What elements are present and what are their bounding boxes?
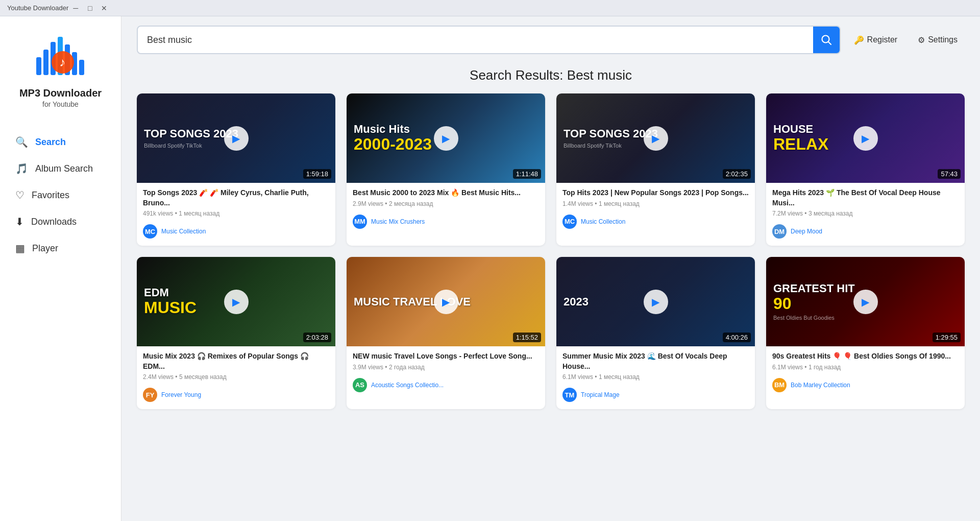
minimize-button[interactable]: ─	[68, 1, 83, 15]
duration-badge-8: 1:29:55	[933, 333, 961, 342]
duration-badge-4: 57:43	[938, 169, 961, 179]
video-thumbnail-6: MUSIC TRAVEL LOVE ▶ 1:15:52	[347, 257, 545, 346]
svg-line-10	[828, 42, 831, 45]
video-card-8[interactable]: GREATEST HIT90 Best Oldies But Goodies ▶…	[766, 257, 965, 409]
svg-rect-6	[79, 60, 84, 75]
video-card-2[interactable]: Music Hits2000-2023 ▶ 1:11:48 Best Music…	[347, 93, 545, 246]
sidebar-item-player[interactable]: ▦ Player	[0, 235, 121, 262]
sidebar-item-search[interactable]: 🔍 Search	[0, 129, 121, 155]
channel-name-2: Music Mix Crushers	[371, 218, 425, 225]
channel-name-5: Forever Young	[161, 391, 201, 398]
channel-avatar-8: BM	[772, 378, 787, 392]
video-thumbnail-1: TOP SONGS 2023 Billboard Spotify TikTok …	[137, 93, 335, 183]
downloads-icon: ⬇	[15, 216, 24, 228]
register-button[interactable]: 🔑 Register	[847, 31, 905, 49]
player-icon: ▦	[15, 242, 25, 254]
maximize-button[interactable]: □	[83, 1, 97, 15]
results-area: Search Results: Best music TOP SONGS 202…	[121, 54, 980, 521]
channel-name-8: Bob Marley Collection	[791, 382, 850, 389]
window-title: Youtube Downloader	[7, 4, 68, 12]
channel-name-3: Music Collection	[581, 218, 625, 225]
svg-rect-0	[36, 57, 41, 75]
card-meta-4: 7.2M views • 3 месяца назад	[772, 210, 959, 217]
video-card-6[interactable]: MUSIC TRAVEL LOVE ▶ 1:15:52 NEW music Tr…	[347, 257, 545, 409]
card-meta-7: 6.1M views • 1 месяц назад	[562, 373, 749, 381]
duration-badge-1: 1:59:18	[303, 169, 331, 179]
card-info-8: 90s Greatest Hits 🎈 🎈 Best Oldies Songs …	[766, 346, 965, 399]
card-channel-1[interactable]: MC Music Collection	[143, 221, 329, 243]
channel-avatar-2: MM	[353, 215, 367, 229]
settings-button[interactable]: ⚙ Settings	[911, 31, 965, 49]
sidebar-item-album-search[interactable]: 🎵 Album Search	[0, 155, 121, 182]
register-icon: 🔑	[854, 35, 864, 45]
duration-badge-2: 1:11:48	[513, 169, 541, 179]
sidebar-item-search-label: Search	[35, 137, 66, 148]
search-input[interactable]	[138, 29, 813, 52]
video-card-1[interactable]: TOP SONGS 2023 Billboard Spotify TikTok …	[137, 93, 335, 246]
video-card-4[interactable]: HOUSERELAX ▶ 57:43 Mega Hits 2023 🌱 The …	[766, 93, 965, 246]
card-meta-6: 3.9M views • 2 года назад	[353, 364, 539, 371]
card-meta-1: 491k views • 1 месяц назад	[143, 210, 329, 217]
play-button-4[interactable]: ▶	[853, 126, 878, 151]
app-title: MP3 Downloader	[19, 87, 102, 99]
card-title-7: Summer Music Mix 2023 🌊 Best Of Vocals D…	[562, 351, 749, 371]
play-button-6[interactable]: ▶	[434, 290, 458, 314]
header: 🔑 Register ⚙ Settings	[121, 16, 980, 54]
channel-avatar-1: MC	[143, 224, 157, 239]
play-button-5[interactable]: ▶	[224, 290, 249, 314]
card-info-5: Music Mix 2023 🎧 Remixes of Popular Song…	[137, 346, 335, 409]
play-button-1[interactable]: ▶	[224, 126, 249, 151]
channel-avatar-6: AS	[353, 378, 367, 392]
card-channel-3[interactable]: MC Music Collection	[562, 211, 749, 233]
search-button[interactable]	[813, 27, 840, 53]
card-info-3: Top Hits 2023 | New Popular Songs 2023 |…	[556, 183, 755, 236]
video-thumbnail-2: Music Hits2000-2023 ▶ 1:11:48	[347, 93, 545, 183]
card-channel-8[interactable]: BM Bob Marley Collection	[772, 375, 959, 396]
search-icon: 🔍	[15, 136, 28, 148]
nav-items: 🔍 Search 🎵 Album Search ♡ Favorites ⬇ Do…	[0, 129, 121, 262]
card-channel-5[interactable]: FY Forever Young	[143, 385, 329, 406]
play-button-7[interactable]: ▶	[644, 290, 668, 314]
channel-avatar-5: FY	[143, 388, 157, 402]
video-card-7[interactable]: 2023 ▶ 4:00:26 Summer Music Mix 2023 🌊 B…	[556, 257, 755, 409]
app-subtitle: for Youtube	[42, 100, 79, 108]
close-button[interactable]: ✕	[97, 1, 111, 15]
card-title-2: Best Music 2000 to 2023 Mix 🔥 Best Music…	[353, 188, 539, 198]
card-channel-7[interactable]: TM Tropical Mage	[562, 385, 749, 406]
main-content: 🔑 Register ⚙ Settings Search Results: Be…	[121, 16, 980, 521]
card-title-6: NEW music Travel Love Songs - Perfect Lo…	[353, 351, 539, 362]
settings-icon: ⚙	[918, 35, 925, 45]
album-search-icon: 🎵	[15, 162, 28, 175]
channel-name-1: Music Collection	[161, 228, 206, 235]
play-button-8[interactable]: ▶	[853, 290, 878, 314]
card-info-6: NEW music Travel Love Songs - Perfect Lo…	[347, 346, 545, 399]
card-title-8: 90s Greatest Hits 🎈 🎈 Best Oldies Songs …	[772, 351, 959, 362]
card-meta-8: 6.1M views • 1 год назад	[772, 364, 959, 371]
logo-area: ♪ MP3 Downloader for Youtube	[19, 27, 102, 108]
channel-name-7: Tropical Mage	[581, 391, 620, 398]
duration-badge-7: 4:00:26	[723, 333, 751, 342]
app-logo: ♪	[32, 27, 88, 83]
card-title-4: Mega Hits 2023 🌱 The Best Of Vocal Deep …	[772, 188, 959, 208]
play-button-2[interactable]: ▶	[434, 126, 458, 151]
video-card-5[interactable]: EDMMUSIC ▶ 2:03:28 Music Mix 2023 🎧 Remi…	[137, 257, 335, 409]
video-card-3[interactable]: TOP SONGS 2023 Billboard Spotify TikTok …	[556, 93, 755, 246]
channel-avatar-7: TM	[562, 388, 577, 402]
card-channel-4[interactable]: DM Deep Mood	[772, 221, 959, 243]
duration-badge-3: 2:02:35	[723, 169, 751, 179]
card-meta-5: 2.4M views • 5 месяцев назад	[143, 373, 329, 381]
sidebar-item-favorites-label: Favorites	[32, 190, 69, 201]
sidebar-item-downloads[interactable]: ⬇ Downloads	[0, 208, 121, 235]
channel-name-6: Acoustic Songs Collectio...	[371, 382, 444, 389]
card-channel-2[interactable]: MM Music Mix Crushers	[353, 211, 539, 233]
video-thumbnail-4: HOUSERELAX ▶ 57:43	[766, 93, 965, 183]
search-btn-icon	[821, 34, 832, 45]
sidebar-item-favorites[interactable]: ♡ Favorites	[0, 182, 121, 208]
card-title-3: Top Hits 2023 | New Popular Songs 2023 |…	[562, 188, 749, 198]
card-channel-6[interactable]: AS Acoustic Songs Collectio...	[353, 375, 539, 396]
sidebar: ♪ MP3 Downloader for Youtube 🔍 Search 🎵 …	[0, 16, 121, 521]
card-meta-3: 1.4M views • 1 месяц назад	[562, 200, 749, 207]
search-bar	[137, 26, 841, 54]
sidebar-item-downloads-label: Downloads	[31, 217, 77, 227]
play-button-3[interactable]: ▶	[644, 126, 668, 151]
